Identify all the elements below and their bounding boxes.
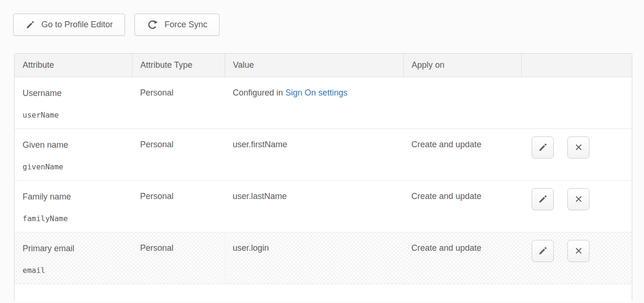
attribute-cell: Username userName <box>15 77 132 128</box>
apply-on-cell: Create and update <box>403 128 521 180</box>
value-cell: Configured in Sign On settings <box>225 77 403 128</box>
go-to-profile-editor-label: Go to Profile Editor <box>41 20 113 30</box>
value-cell: user.lastName <box>225 180 403 232</box>
value-cell: user.firstName <box>225 128 403 180</box>
header-apply-on: Apply on <box>403 54 521 77</box>
attribute-label: Primary email <box>23 243 125 254</box>
edit-attribute-button[interactable] <box>532 136 554 159</box>
attribute-type-cell: Personal <box>132 77 225 128</box>
pencil-icon <box>538 142 548 152</box>
header-attribute-type: Attribute Type <box>132 54 225 77</box>
attribute-mappings-page: Go to Profile Editor Force Sync Attribut… <box>0 0 644 303</box>
attribute-label: Family name <box>23 191 125 202</box>
attribute-label: Given name <box>23 140 125 150</box>
refresh-icon <box>147 19 158 31</box>
table-row: Username userName Personal Configured in… <box>15 77 632 128</box>
attribute-type-cell: Personal <box>132 128 225 180</box>
x-icon <box>573 194 584 204</box>
table-row: Primary email email Personal user.login … <box>15 232 632 284</box>
apply-on-cell <box>403 77 521 128</box>
attribute-variable-name: email <box>23 266 125 275</box>
actions-cell <box>521 77 632 128</box>
go-to-profile-editor-button[interactable]: Go to Profile Editor <box>13 14 125 36</box>
force-sync-label: Force Sync <box>165 20 207 30</box>
value-prefix-text: Configured in <box>233 88 285 97</box>
attribute-cell: Primary email email <box>15 232 132 284</box>
empty-cell <box>15 284 632 302</box>
edit-attribute-button[interactable] <box>532 188 554 210</box>
table-row <box>15 284 632 302</box>
pencil-icon <box>25 20 35 30</box>
delete-attribute-button[interactable] <box>567 188 589 210</box>
x-icon <box>573 246 584 256</box>
table-row: Given name givenName Personal user.first… <box>15 128 632 180</box>
header-attribute: Attribute <box>15 54 132 77</box>
pencil-icon <box>538 246 548 256</box>
attribute-type-cell: Personal <box>132 232 225 284</box>
toolbar: Go to Profile Editor Force Sync <box>13 14 220 36</box>
sign-on-settings-link[interactable]: Sign On settings <box>285 88 347 97</box>
attribute-cell: Family name familyName <box>15 180 132 232</box>
header-value: Value <box>225 54 403 77</box>
attribute-cell: Given name givenName <box>15 128 132 180</box>
attribute-variable-name: givenName <box>23 162 125 172</box>
apply-on-cell: Create and update <box>403 232 521 284</box>
attribute-variable-name: userName <box>23 111 125 120</box>
force-sync-button[interactable]: Force Sync <box>134 14 220 36</box>
pencil-icon <box>538 194 548 204</box>
attribute-mapping-table: Attribute Attribute Type Value Apply on … <box>14 53 632 302</box>
value-cell: user.login <box>225 232 403 284</box>
delete-attribute-button[interactable] <box>567 240 589 262</box>
table-row: Family name familyName Personal user.las… <box>15 180 632 232</box>
actions-cell <box>521 128 632 180</box>
header-actions <box>521 54 632 77</box>
attribute-label: Username <box>23 88 125 98</box>
actions-cell <box>521 180 632 232</box>
table-header-row: Attribute Attribute Type Value Apply on <box>15 54 632 77</box>
attribute-type-cell: Personal <box>132 180 225 232</box>
edit-attribute-button[interactable] <box>532 240 554 262</box>
actions-cell <box>521 232 632 284</box>
apply-on-cell: Create and update <box>403 180 521 232</box>
delete-attribute-button[interactable] <box>567 136 589 159</box>
attribute-variable-name: familyName <box>23 214 125 223</box>
x-icon <box>573 142 584 152</box>
